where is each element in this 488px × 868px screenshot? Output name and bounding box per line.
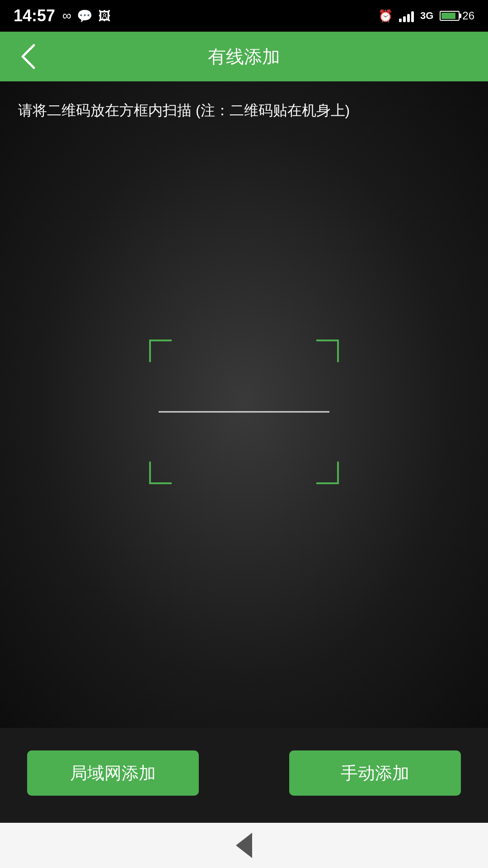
image-icon: 🖼 — [98, 9, 111, 24]
back-arrow-icon — [18, 43, 36, 70]
status-bar: 14:57 ∞ 💬 🖼 ⏰ 3G 26 — [0, 0, 488, 32]
scan-frame-container — [149, 340, 339, 484]
bottom-nav — [0, 823, 488, 868]
instruction-text: 请将二维码放在方框内扫描 (注：二维码贴在机身上) — [0, 81, 368, 130]
battery-percent: 26 — [462, 9, 474, 22]
page-title: 有线添加 — [208, 44, 280, 69]
alarm-icon: ⏰ — [378, 9, 393, 23]
signal-bars — [399, 9, 414, 22]
signal-bar-4 — [411, 11, 414, 22]
corner-top-left — [149, 340, 172, 362]
camera-area: 请将二维码放在方框内扫描 (注：二维码贴在机身上) — [0, 81, 488, 728]
status-left: 14:57 ∞ 💬 🖼 — [14, 6, 111, 25]
action-area: 局域网添加 手动添加 — [0, 728, 488, 823]
status-right: ⏰ 3G 26 — [378, 9, 474, 23]
corner-bottom-right — [316, 462, 339, 484]
wechat-icon: 💬 — [77, 9, 93, 24]
corner-bottom-left — [149, 462, 172, 484]
network-type: 3G — [420, 10, 433, 22]
scan-frame — [149, 340, 339, 484]
manual-add-button[interactable]: 手动添加 — [289, 750, 461, 796]
system-back-icon[interactable] — [236, 833, 252, 858]
status-icons: ∞ 💬 🖼 — [62, 9, 111, 24]
signal-bar-3 — [407, 14, 410, 22]
infinity-icon: ∞ — [62, 9, 71, 23]
back-button[interactable] — [14, 43, 41, 70]
lan-add-button[interactable]: 局域网添加 — [27, 750, 199, 796]
signal-bar-1 — [399, 19, 402, 22]
battery-icon — [440, 11, 460, 21]
battery-container: 26 — [440, 9, 474, 22]
nav-bar: 有线添加 — [0, 32, 488, 81]
signal-bar-2 — [403, 16, 406, 22]
status-time: 14:57 — [14, 6, 55, 25]
scan-line — [159, 411, 329, 413]
corner-top-right — [316, 340, 339, 362]
battery-fill — [441, 13, 455, 19]
